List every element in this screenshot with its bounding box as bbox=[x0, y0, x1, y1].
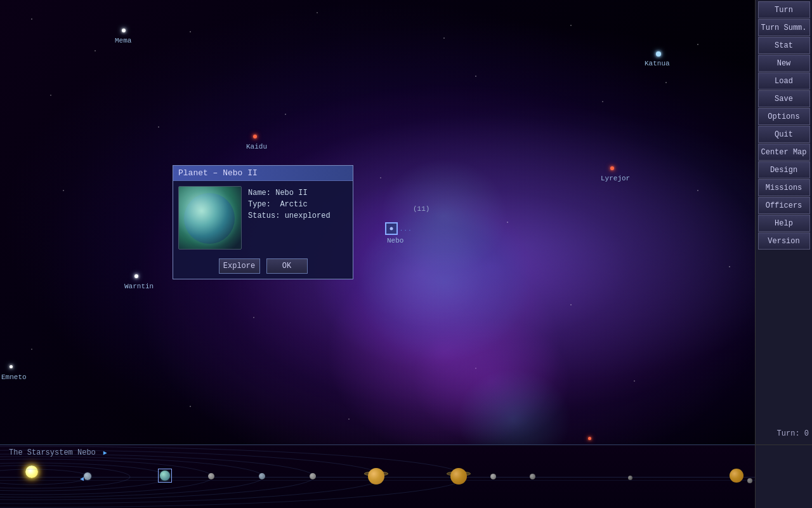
planet-info: Name: Nebo II Type: Arctic Status: unexp… bbox=[248, 186, 331, 250]
missions-button[interactable]: Missions bbox=[758, 179, 810, 196]
version-button[interactable]: Version bbox=[758, 232, 810, 250]
save-button[interactable]: Save bbox=[758, 90, 810, 107]
system-moon-3[interactable] bbox=[628, 476, 632, 480]
turn-summ-button[interactable]: Turn Summ. bbox=[758, 19, 810, 36]
explore-button[interactable]: Explore bbox=[219, 258, 260, 274]
planet-type-line: Type: Arctic bbox=[248, 200, 331, 209]
sidebar-bottom-panel bbox=[755, 444, 812, 508]
nebo-count-label: (11) bbox=[413, 205, 429, 213]
fleet-trail: ··· bbox=[400, 227, 412, 233]
load-button[interactable]: Load bbox=[758, 72, 810, 90]
planet-dialog: Planet – Nebo II Name: Nebo II Type: Arc… bbox=[173, 165, 353, 279]
star-kaidu-point bbox=[253, 135, 257, 138]
planet-image bbox=[178, 186, 242, 250]
dialog-title: Planet – Nebo II bbox=[173, 166, 353, 181]
system-planet-7[interactable] bbox=[450, 468, 467, 485]
system-planet-6[interactable] bbox=[368, 468, 384, 485]
new-button[interactable]: New bbox=[758, 55, 810, 72]
stat-button[interactable]: Stat bbox=[758, 37, 810, 54]
system-star[interactable] bbox=[25, 465, 38, 478]
system-planet-5[interactable] bbox=[310, 473, 316, 479]
star-lyrejor-label: Lyrejor bbox=[601, 175, 630, 182]
star-emneto-point bbox=[10, 365, 13, 368]
system-planet-3[interactable] bbox=[208, 473, 214, 479]
star-mema-point bbox=[122, 29, 126, 32]
system-planet-8[interactable] bbox=[730, 469, 743, 483]
fleet-marker[interactable] bbox=[385, 222, 398, 235]
system-arrow: ▶ bbox=[103, 449, 107, 457]
star-mema-label: Mema bbox=[115, 37, 131, 44]
space-background: Mema Katnua Kaidu Lyrejor Warntin Emneto… bbox=[0, 0, 755, 444]
options-button[interactable]: Options bbox=[758, 108, 810, 125]
system-moon-1[interactable] bbox=[490, 474, 496, 479]
turn-counter: Turn: 0 bbox=[777, 429, 809, 438]
star-warntin-point bbox=[134, 274, 138, 278]
turn-button[interactable]: Turn bbox=[758, 1, 810, 18]
officers-button[interactable]: Officers bbox=[758, 197, 810, 214]
planet-name-line: Name: Nebo II bbox=[248, 189, 331, 197]
star-katnua-point bbox=[656, 51, 661, 57]
space-red-dot bbox=[588, 437, 591, 440]
design-button[interactable]: Design bbox=[758, 161, 810, 178]
system-planet-1[interactable] bbox=[84, 472, 91, 480]
star-kaidu-label: Kaidu bbox=[246, 143, 267, 150]
bottom-bar: The Starsystem Nebo ▶ ◀ bbox=[0, 444, 755, 508]
star-warntin-label: Warntin bbox=[124, 283, 154, 290]
star-emneto-label: Emneto bbox=[1, 373, 27, 381]
quit-button[interactable]: Quit bbox=[758, 126, 810, 143]
sidebar: Turn Turn Summ. Stat New Load Save Optio… bbox=[755, 0, 812, 444]
system-title: The Starsystem Nebo bbox=[4, 446, 101, 459]
planet-status-line: Status: unexplored bbox=[248, 211, 331, 220]
star-lyrejor-point bbox=[610, 166, 614, 170]
system-moon-2[interactable] bbox=[530, 474, 535, 479]
star-katnua-label: Katnua bbox=[645, 60, 670, 67]
ok-button[interactable]: OK bbox=[266, 258, 308, 274]
star-nebo-label: Nebo bbox=[387, 237, 403, 244]
center-map-button[interactable]: Center Map bbox=[758, 144, 810, 161]
system-moon-4[interactable] bbox=[747, 478, 752, 483]
selection-box bbox=[158, 469, 172, 483]
planet-1-arrow: ◀ bbox=[80, 475, 84, 483]
system-planet-4[interactable] bbox=[259, 473, 265, 479]
help-button[interactable]: Help bbox=[758, 215, 810, 232]
